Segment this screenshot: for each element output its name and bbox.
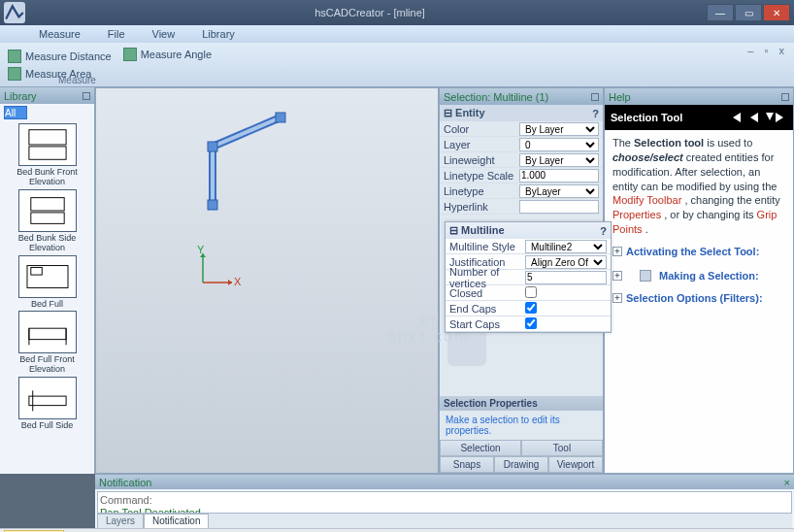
library-item[interactable]: Bed Bunk Side Elevation: [4, 189, 90, 253]
help-panel: Help Selection Tool The Selection tool i…: [604, 87, 794, 474]
svg-marker-23: [750, 113, 758, 122]
svg-rect-9: [28, 396, 65, 406]
pin-icon[interactable]: [781, 93, 789, 101]
drawing-canvas[interactable]: XY 安下anxz.com: [95, 87, 439, 474]
svg-rect-2: [30, 197, 63, 210]
help-icon[interactable]: ?: [592, 108, 599, 119]
library-header: Library: [0, 87, 94, 104]
prop-num-vertices: Number of vertices: [446, 270, 611, 285]
svg-marker-24: [776, 113, 783, 122]
area-icon: [8, 67, 21, 81]
svg-rect-6: [28, 329, 65, 340]
prop-layer: Layer0: [440, 137, 603, 152]
command-log[interactable]: Command: Pan Tool Deactivated [DRAG TO P…: [97, 491, 792, 514]
svg-rect-13: [276, 113, 285, 122]
maximize-button[interactable]: ▭: [735, 4, 762, 21]
tab-drawing[interactable]: Drawing: [494, 456, 548, 473]
menu-view[interactable]: View: [152, 28, 176, 40]
multiline-entity[interactable]: [193, 108, 290, 224]
help-icon[interactable]: ?: [600, 225, 607, 237]
close-icon[interactable]: ×: [784, 477, 790, 488]
menu-measure[interactable]: Measure: [39, 28, 81, 40]
close-button[interactable]: ✕: [763, 4, 790, 21]
svg-rect-0: [28, 130, 65, 145]
selection-icon: [640, 270, 651, 282]
tab-layers[interactable]: Layers: [97, 514, 144, 528]
pin-icon[interactable]: [83, 92, 90, 100]
selection-panel-header: Selection: Multiline (1): [440, 88, 603, 105]
prop-end-caps: End Caps: [446, 301, 611, 316]
svg-marker-22: [733, 113, 741, 122]
prop-hyperlink: Hyperlink: [440, 199, 603, 215]
menu-library[interactable]: Library: [202, 28, 235, 40]
library-item[interactable]: Bed Bunk Front Elevation: [4, 123, 90, 187]
nav-arrows-icon: [729, 109, 787, 126]
snap-toolbar: Enabled End Point Mid Point Intersection…: [0, 528, 794, 532]
selection-properties-hint: Make a selection to edit its properties.: [440, 411, 603, 440]
svg-rect-4: [27, 265, 68, 287]
prop-start-caps: Start Caps: [446, 316, 611, 332]
ruler-icon: [8, 50, 21, 63]
help-section-making[interactable]: +Making a Selection:: [612, 269, 785, 283]
angle-icon: [123, 48, 137, 61]
svg-text:X: X: [234, 276, 242, 287]
minimize-button[interactable]: —: [707, 4, 734, 21]
svg-rect-11: [208, 200, 217, 210]
menubar: Measure File View Library: [0, 25, 794, 43]
multiline-property-popup: ⊟ Multiline? Multiline StyleMultiline2 J…: [445, 221, 612, 333]
ribbon-group-label: Measure: [58, 75, 96, 85]
tab-snaps[interactable]: Snaps: [440, 456, 494, 473]
svg-rect-12: [208, 142, 217, 151]
svg-text:Y: Y: [197, 244, 205, 255]
library-item[interactable]: Bed Full: [4, 255, 90, 310]
help-heading: Selection Tool: [605, 105, 793, 130]
tab-notification[interactable]: Notification: [144, 514, 209, 528]
library-panel: Library Bed Bunk Front Elevation Bed Bun…: [0, 87, 95, 474]
ucs-icon: XY: [193, 244, 242, 292]
prop-lineweight: LineweightBy Layer: [440, 152, 603, 168]
prop-color: ColorBy Layer: [440, 121, 603, 137]
measure-distance-button[interactable]: Measure Distance: [4, 49, 116, 64]
svg-rect-5: [30, 267, 41, 275]
svg-marker-25: [766, 113, 774, 120]
app-icon: [4, 2, 25, 23]
prop-multiline-style: Multiline StyleMultiline2: [446, 239, 611, 254]
library-filter-input[interactable]: [4, 106, 27, 119]
titlebar: hsCADCreator - [mline] — ▭ ✕: [0, 0, 794, 25]
tab-viewport[interactable]: Viewport: [548, 456, 603, 473]
prop-closed: Closed: [446, 285, 611, 301]
pin-icon[interactable]: [591, 93, 599, 101]
help-section-options[interactable]: +Selection Options (Filters):: [612, 291, 785, 306]
library-item[interactable]: Bed Full Front Elevation: [4, 311, 90, 375]
prop-linetype: LinetypeByLayer: [440, 183, 603, 199]
svg-rect-3: [30, 213, 63, 223]
mdi-window-controls[interactable]: – ▫ x: [747, 45, 788, 56]
tab-selection[interactable]: Selection: [440, 440, 521, 456]
tab-tool[interactable]: Tool: [521, 440, 603, 456]
entity-section-header[interactable]: ⊟ Entity?: [440, 105, 603, 121]
help-body: The Selection tool is used to choose/sel…: [605, 130, 793, 311]
window-title: hsCADCreator - [mline]: [33, 7, 707, 18]
library-item[interactable]: Bed Full Side: [4, 377, 90, 431]
ribbon: Measure Distance Measure Area Measure An…: [0, 43, 794, 87]
measure-angle-button[interactable]: Measure Angle: [119, 47, 215, 62]
svg-marker-15: [228, 280, 232, 285]
selection-properties-header: Selection Properties: [440, 396, 603, 411]
help-section-activating[interactable]: +Activating the Select Tool:: [612, 245, 785, 259]
svg-rect-1: [28, 147, 65, 159]
notification-pane: Notification× Command: Pan Tool Deactiva…: [95, 474, 794, 528]
prop-linetype-scale: Linetype Scale: [440, 168, 603, 183]
menu-file[interactable]: File: [108, 28, 125, 40]
